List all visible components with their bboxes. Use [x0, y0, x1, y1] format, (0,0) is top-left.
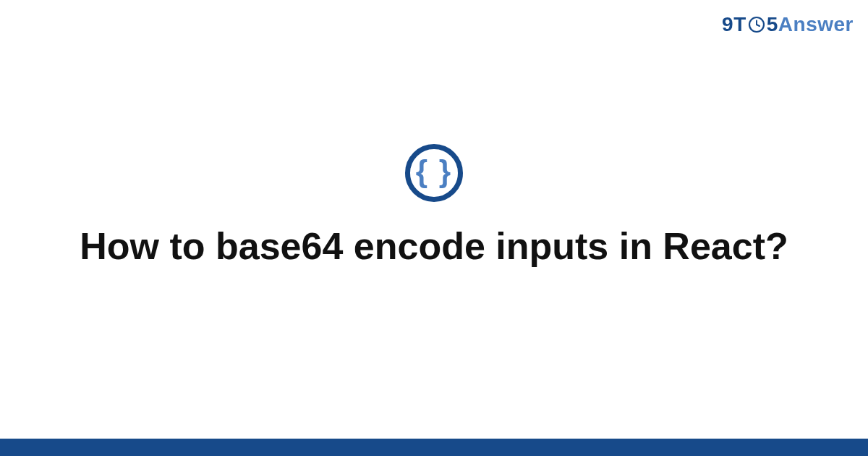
code-braces-icon: { }: [405, 144, 463, 202]
footer-accent-bar: [0, 439, 868, 456]
page-card: 9T 5 Answer { } How to base64 encode inp…: [0, 0, 868, 456]
site-logo: 9T 5 Answer: [722, 13, 854, 36]
logo-text-9t: 9T: [722, 13, 746, 36]
clock-icon: [747, 15, 766, 34]
content-area: { } How to base64 encode inputs in React…: [0, 0, 868, 456]
question-title: How to base64 encode inputs in React?: [80, 224, 788, 269]
braces-glyph: { }: [416, 156, 452, 190]
logo-text-answer: Answer: [778, 13, 854, 36]
svg-line-2: [757, 25, 760, 26]
logo-text-5: 5: [767, 13, 778, 36]
